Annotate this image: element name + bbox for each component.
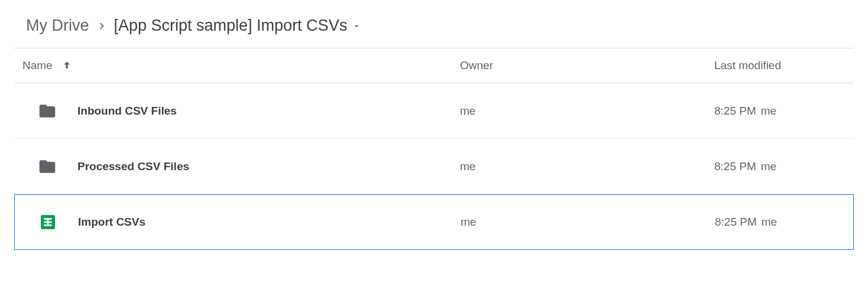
file-owner: me [460, 160, 714, 173]
folder-icon [38, 157, 57, 176]
modified-time: 8:25 PM [714, 160, 756, 173]
arrow-up-icon [61, 60, 73, 71]
file-row[interactable]: Inbound CSV Filesme8:25 PMme [14, 83, 854, 139]
file-row[interactable]: Processed CSV Filesme8:25 PMme [14, 139, 854, 194]
breadcrumb-current[interactable]: [App Script sample] Import CSVs [114, 17, 362, 35]
file-name: Inbound CSV Files [77, 105, 177, 118]
file-row[interactable]: Import CSVsme8:25 PMme [14, 194, 854, 250]
table-header: Name Owner Last modified [14, 48, 854, 83]
modified-by: me [761, 105, 776, 118]
breadcrumb-current-label: [App Script sample] Import CSVs [114, 17, 348, 35]
file-name: Import CSVs [78, 216, 145, 229]
modified-time: 8:25 PM [715, 216, 757, 229]
file-modified: 8:25 PMme [714, 105, 854, 118]
column-header-name[interactable]: Name [22, 59, 460, 72]
column-name-label: Name [22, 59, 53, 72]
chevron-right-icon [95, 19, 108, 32]
caret-down-icon [352, 21, 361, 31]
breadcrumb-root[interactable]: My Drive [26, 17, 89, 35]
file-name: Processed CSV Files [77, 160, 189, 173]
breadcrumb: My Drive [App Script sample] Import CSVs [14, 12, 854, 48]
file-modified: 8:25 PMme [715, 216, 853, 229]
file-owner: me [460, 105, 714, 118]
modified-time: 8:25 PM [714, 105, 756, 118]
column-owner-label: Owner [460, 59, 493, 71]
modified-by: me [762, 216, 777, 229]
column-modified-label: Last modified [714, 59, 781, 71]
folder-icon [38, 102, 57, 121]
spreadsheet-icon [38, 213, 57, 232]
column-header-modified[interactable]: Last modified [714, 59, 854, 72]
column-header-owner[interactable]: Owner [460, 59, 714, 72]
modified-by: me [761, 160, 776, 173]
file-owner: me [461, 216, 715, 229]
file-modified: 8:25 PMme [714, 160, 854, 173]
